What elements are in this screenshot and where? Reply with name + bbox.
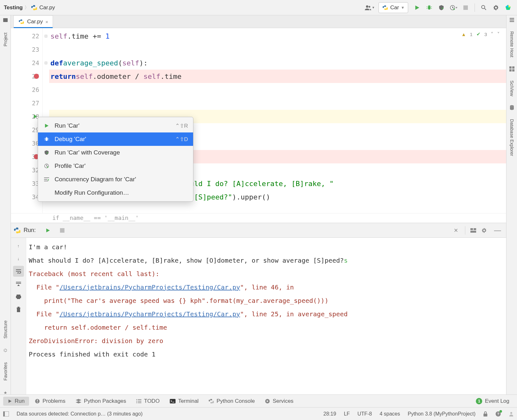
lock-icon[interactable] bbox=[483, 411, 488, 416]
context-menu-item[interactable]: Modify Run Configuration… bbox=[38, 186, 193, 199]
chevron-up-icon[interactable]: ˄ bbox=[491, 31, 493, 37]
breadcrumb-project[interactable]: Testing bbox=[4, 4, 23, 11]
up-icon[interactable]: ↑ bbox=[13, 240, 24, 251]
list-icon bbox=[136, 399, 141, 403]
database-icon[interactable] bbox=[509, 105, 514, 110]
fold-marker[interactable] bbox=[43, 96, 49, 110]
event-log-label: Event Log bbox=[485, 398, 509, 404]
structure-icon[interactable]: ⌬ bbox=[4, 348, 7, 353]
close-icon[interactable]: × bbox=[452, 226, 460, 235]
toolstrip-python-packages[interactable]: Python Packages bbox=[71, 397, 131, 406]
python-icon bbox=[382, 4, 388, 11]
rerun-button[interactable] bbox=[45, 228, 50, 233]
down-icon[interactable]: ↓ bbox=[13, 253, 24, 264]
line-ending[interactable]: LF bbox=[344, 411, 350, 417]
toolstrip-problems[interactable]: Problems bbox=[30, 397, 70, 406]
line-number[interactable]: 25 bbox=[11, 70, 42, 83]
indent[interactable]: 4 spaces bbox=[379, 411, 400, 417]
check-icon: ✔ bbox=[476, 31, 481, 37]
jetbrains-icon[interactable] bbox=[503, 3, 513, 13]
line-number[interactable]: 23 bbox=[11, 43, 42, 56]
fold-marker[interactable]: ⊟ bbox=[43, 29, 49, 43]
line-number[interactable]: 22 bbox=[11, 29, 42, 43]
stop-button[interactable] bbox=[60, 228, 64, 233]
sciview-icon[interactable] bbox=[509, 66, 514, 71]
show-tool-windows-icon[interactable] bbox=[3, 411, 9, 416]
profile-button[interactable]: ▾ bbox=[448, 3, 459, 13]
inspection-hints[interactable]: ▲ 1 ✔ 3 ˄ ˅ bbox=[461, 31, 500, 37]
svg-rect-24 bbox=[17, 308, 20, 312]
stop-button[interactable] bbox=[461, 3, 471, 13]
editor-crumb[interactable]: if __name__ == '__main__' bbox=[11, 213, 506, 222]
run-icon bbox=[43, 123, 50, 128]
soft-wrap-icon[interactable] bbox=[13, 266, 24, 277]
toolstrip-terminal[interactable]: Terminal bbox=[165, 397, 203, 406]
run-gutter-icon[interactable] bbox=[34, 115, 37, 118]
breadcrumb[interactable]: Testing 〉 Car.py bbox=[4, 4, 55, 11]
code-line[interactable] bbox=[49, 83, 506, 96]
line-number[interactable]: 26 bbox=[11, 83, 42, 96]
run-output[interactable]: I'm a car!What should I do? [A]ccelerate… bbox=[26, 238, 506, 394]
play-icon bbox=[265, 399, 270, 404]
person-icon[interactable] bbox=[509, 411, 514, 416]
layout-icon[interactable] bbox=[470, 228, 476, 233]
toolstrip-run[interactable]: Run bbox=[3, 397, 29, 406]
notifications-icon[interactable]: ? bbox=[495, 411, 501, 417]
context-menu-item[interactable]: Debug 'Car'⌃⇧D bbox=[38, 132, 193, 146]
breadcrumb-file[interactable]: Car.py bbox=[39, 4, 55, 11]
code-line[interactable] bbox=[49, 43, 506, 56]
toolstrip-label: Services bbox=[273, 398, 293, 404]
code-line[interactable]: self.time += 1 bbox=[49, 29, 506, 43]
context-menu-item[interactable]: Run 'Car' with Coverage bbox=[38, 146, 193, 159]
remote-host-icon[interactable] bbox=[509, 17, 514, 22]
file-link[interactable]: /Users/jetbrains/PycharmProjects/Testing… bbox=[59, 310, 240, 318]
chevron-down-icon[interactable]: ˅ bbox=[497, 31, 500, 37]
toolstrip-services[interactable]: Services bbox=[260, 397, 298, 406]
status-message[interactable]: Data sources detected: Connection p… (3 … bbox=[17, 411, 143, 417]
fold-marker[interactable] bbox=[43, 43, 49, 56]
minimize-icon[interactable]: — bbox=[492, 226, 503, 235]
users-icon[interactable]: ▾ bbox=[364, 3, 375, 13]
settings-icon[interactable] bbox=[479, 228, 489, 233]
fold-marker[interactable] bbox=[43, 83, 49, 96]
trash-icon[interactable] bbox=[13, 304, 24, 315]
breakpoint-icon[interactable] bbox=[34, 74, 39, 79]
fold-marker[interactable]: ⊟ bbox=[43, 56, 49, 70]
line-number[interactable]: 27 bbox=[11, 96, 42, 110]
rail-project[interactable]: Project bbox=[3, 33, 8, 47]
settings-icon[interactable] bbox=[491, 3, 501, 13]
toolstrip-python-console[interactable]: Python Console bbox=[204, 397, 259, 406]
caret-position[interactable]: 28:19 bbox=[323, 411, 336, 417]
event-log-button[interactable]: 1 Event Log bbox=[471, 397, 514, 406]
file-tab[interactable]: Car.py × bbox=[13, 15, 53, 28]
rail-structure[interactable]: Structure bbox=[3, 320, 8, 339]
line-number[interactable]: 24 bbox=[11, 56, 42, 70]
code-line[interactable]: return self.odometer / self.time bbox=[49, 70, 506, 83]
project-tool-icon[interactable] bbox=[3, 17, 8, 23]
toolstrip-todo[interactable]: TODO bbox=[132, 397, 164, 406]
scroll-to-end-icon[interactable] bbox=[13, 279, 24, 289]
file-link[interactable]: /Users/jetbrains/PycharmProjects/Testing… bbox=[59, 283, 240, 291]
context-menu-item[interactable]: Profile 'Car' bbox=[38, 159, 193, 173]
encoding[interactable]: UTF-8 bbox=[357, 411, 372, 417]
context-menu-item[interactable]: Concurrency Diagram for 'Car' bbox=[38, 173, 193, 186]
debug-button[interactable] bbox=[424, 3, 434, 13]
interpreter[interactable]: Python 3.8 (MyPythonProject) bbox=[408, 411, 476, 417]
search-icon[interactable] bbox=[479, 3, 489, 13]
rail-sciview[interactable]: SciView bbox=[509, 80, 514, 96]
rail-remote-host[interactable]: Remote Host bbox=[509, 31, 514, 57]
print-icon[interactable] bbox=[13, 291, 24, 302]
svg-point-42 bbox=[510, 412, 512, 414]
code-line[interactable] bbox=[49, 96, 506, 110]
run-config-selector[interactable]: Car ▼ bbox=[378, 2, 408, 13]
rail-database[interactable]: Database Explorer bbox=[509, 119, 514, 156]
close-icon[interactable]: × bbox=[45, 19, 48, 25]
fold-marker[interactable] bbox=[43, 70, 49, 83]
code-line[interactable]: def average_speed(self): bbox=[49, 56, 506, 70]
context-menu-item[interactable]: Run 'Car'⌃⇧R bbox=[38, 119, 193, 132]
svg-rect-19 bbox=[470, 231, 476, 233]
run-button[interactable] bbox=[412, 3, 422, 13]
rail-favorites[interactable]: Favorites bbox=[3, 362, 8, 381]
output-line: Traceback (most recent call last): bbox=[29, 267, 504, 281]
coverage-button[interactable] bbox=[436, 3, 446, 13]
